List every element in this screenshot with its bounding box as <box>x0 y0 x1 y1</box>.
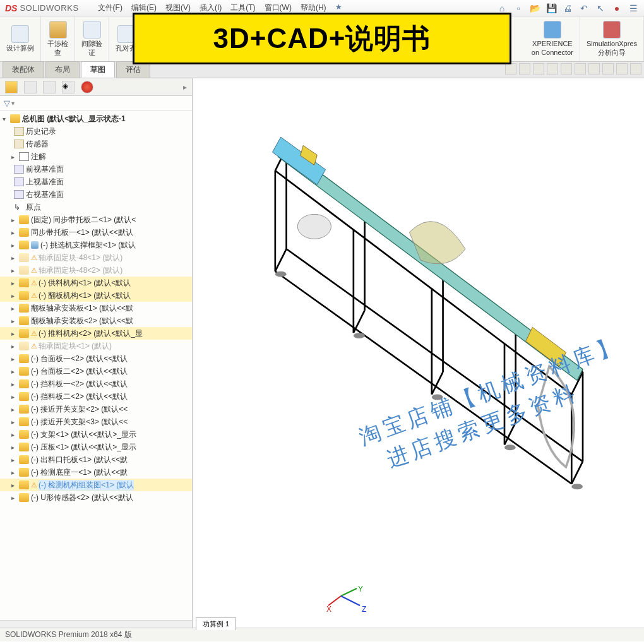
simulation-icon <box>603 21 621 39</box>
view-tool-5[interactable] <box>561 63 572 75</box>
svg-point-30 <box>571 484 583 489</box>
tree-item-17[interactable]: ▸⚠(-) 推料机构<2> (默认<默认_显 <box>0 327 192 340</box>
clearance-icon <box>83 21 101 39</box>
menu-insert[interactable]: 插入(I) <box>200 3 222 13</box>
rebuild-icon[interactable]: ● <box>611 3 623 13</box>
view-toolbar <box>505 63 641 75</box>
options-icon[interactable]: ☰ <box>628 3 639 13</box>
tree-item-19[interactable]: ▸(-) 台面板一<2> (默认<<默认 <box>0 352 192 365</box>
tree-item-12[interactable]: ▸⚠轴承固定块-48<2> (默认) <box>0 264 192 277</box>
filter-row: ▽ ▾ <box>0 96 192 111</box>
svg-point-29 <box>504 444 516 450</box>
tree-annotations[interactable]: ▸注解 <box>0 150 192 163</box>
menu-window[interactable]: 窗口(W) <box>265 3 292 13</box>
tree-origin[interactable]: ↳原点 <box>0 201 192 213</box>
svg-line-20 <box>571 462 583 484</box>
manager-tabs: ◈ ▸ <box>0 78 192 96</box>
status-bar: SOLIDWORKS Premium 2018 x64 版 <box>0 628 644 641</box>
model-rendering <box>230 104 622 495</box>
ribbon-simulation[interactable]: SimulationXpres分析向导 <box>580 16 644 61</box>
tree-item-13[interactable]: ▸⚠(-) 供料机构<1> (默认<默认 <box>0 277 192 289</box>
tree-item-14[interactable]: ▸⚠(-) 翻板机构<1> (默认<默认 <box>0 289 192 302</box>
tab-assembly[interactable]: 装配体 <box>3 61 44 78</box>
tree-item-24[interactable]: ▸(-) 接近开关支架<3> (默认<< <box>0 415 192 428</box>
dim-tab[interactable]: ◈ <box>62 81 75 93</box>
menu-tools[interactable]: 工具(T) <box>230 3 255 13</box>
interference-icon <box>49 21 67 39</box>
view-tool-10[interactable] <box>630 63 641 75</box>
menu-edit[interactable]: 编辑(E) <box>131 3 157 13</box>
appearance-tab[interactable] <box>81 81 93 93</box>
tree-front-plane[interactable]: 前视基准面 <box>0 163 192 176</box>
undo-icon[interactable]: ↶ <box>578 3 590 13</box>
view-tool-4[interactable] <box>547 63 558 75</box>
filter-icon[interactable]: ▽ <box>4 98 10 108</box>
svg-point-28 <box>432 395 443 400</box>
ribbon-clearance[interactable]: 间隙验证 <box>75 16 109 61</box>
tree-item-18[interactable]: ▸⚠轴承固定块<1> (默认) <box>0 340 192 352</box>
svg-line-15 <box>287 249 583 462</box>
tree-item-8[interactable]: ▸(固定) 同步带托板二<1> (默认< <box>0 213 192 226</box>
tree-item-10[interactable]: ▸(-) 挑选机支撑框架<1> (默认 <box>0 239 192 251</box>
axis-x-label: X <box>326 605 331 614</box>
view-tool-2[interactable] <box>519 63 530 75</box>
view-tool-8[interactable] <box>602 63 614 75</box>
svg-line-32 <box>341 588 357 596</box>
property-tab[interactable] <box>24 81 37 93</box>
tree-history[interactable]: 历史记录 <box>0 125 192 138</box>
tree-root[interactable]: ▾总机图 (默认<默认_显示状态-1 <box>0 112 192 125</box>
tree-item-9[interactable]: ▸同步带托板一<1> (默认<<默认 <box>0 226 192 239</box>
menu-view[interactable]: 视图(V) <box>165 3 191 13</box>
menu-help[interactable]: 帮助(H) <box>301 3 326 13</box>
filter-dropdown-icon[interactable]: ▾ <box>11 100 15 107</box>
tree-right-plane[interactable]: 右视基准面 <box>0 188 192 201</box>
tree-item-25[interactable]: ▸(-) 支架<1> (默认<<默认>_显示 <box>0 428 192 441</box>
ribbon-xperience[interactable]: XPERIENCEon Connector <box>525 16 580 61</box>
graphics-viewport[interactable]: 淘宝店铺【机械资料库】 进店搜索更多资料 X Y Z <box>193 78 644 628</box>
motion-study-tab[interactable]: 功算例 1 <box>196 617 236 630</box>
tab-layout[interactable]: 布局 <box>45 61 80 78</box>
config-tab[interactable] <box>43 81 56 93</box>
open-icon[interactable]: 📂 <box>529 3 540 13</box>
tree-item-20[interactable]: ▸(-) 台面板二<2> (默认<<默认 <box>0 365 192 378</box>
print-icon[interactable]: 🖨 <box>562 3 573 13</box>
view-tool-7[interactable] <box>588 63 600 75</box>
menu-file[interactable]: 文件(F) <box>98 3 122 13</box>
tree-item-21[interactable]: ▸(-) 挡料板一<2> (默认<<默认 <box>0 378 192 390</box>
view-tool-3[interactable] <box>533 63 544 75</box>
feature-tree[interactable]: ▾总机图 (默认<默认_显示状态-1 历史记录 传感器 ▸注解 前视基准面 上视… <box>0 111 192 620</box>
tree-item-27[interactable]: ▸(-) 出料口托板<1> (默认<<默 <box>0 453 192 466</box>
select-icon[interactable]: ↖ <box>595 3 606 13</box>
tree-item-15[interactable]: ▸翻板轴承安装板<1> (默认<<默 <box>0 302 192 314</box>
view-tool-9[interactable] <box>616 63 628 75</box>
tab-sketch[interactable]: 草图 <box>81 61 115 78</box>
menu-search-icon[interactable]: ★ <box>335 3 342 13</box>
svg-line-16 <box>275 249 287 271</box>
main-area: ◈ ▸ ▽ ▾ ▾总机图 (默认<默认_显示状态-1 历史记录 传感器 ▸注解 … <box>0 78 644 628</box>
tree-item-11[interactable]: ▸⚠轴承固定块-48<1> (默认) <box>0 251 192 264</box>
view-tool-6[interactable] <box>575 63 586 75</box>
horizontal-scroll[interactable] <box>0 620 192 628</box>
svg-point-27 <box>354 333 365 338</box>
svg-line-1 <box>275 170 571 394</box>
home-icon[interactable]: ⌂ <box>496 3 508 13</box>
tree-item-26[interactable]: ▸(-) 压板<1> (默认<<默认>_显示 <box>0 441 192 453</box>
app-logo: DS <box>5 3 17 13</box>
feature-manager: ◈ ▸ ▽ ▾ ▾总机图 (默认<默认_显示状态-1 历史记录 传感器 ▸注解 … <box>0 78 193 628</box>
tree-item-22[interactable]: ▸(-) 挡料板二<2> (默认<<默认 <box>0 390 192 403</box>
collapse-icon[interactable]: ▸ <box>183 83 187 92</box>
view-tool-1[interactable] <box>505 63 516 75</box>
ribbon-design-study[interactable]: 设计算例 <box>0 16 41 61</box>
tree-item-30[interactable]: ▸(-) U形传感器<2> (默认<<默认 <box>0 491 192 504</box>
save-icon[interactable]: 💾 <box>546 3 557 13</box>
tree-top-plane[interactable]: 上视基准面 <box>0 176 192 188</box>
ribbon-interference[interactable]: 干涉检查 <box>41 16 75 61</box>
tree-item-28[interactable]: ▸(-) 检测底座一<1> (默认<<默 <box>0 466 192 479</box>
feature-tree-tab[interactable] <box>5 81 18 93</box>
tree-sensors[interactable]: 传感器 <box>0 138 192 150</box>
tree-item-29[interactable]: ▸⚠(-) 检测机构组装图<1> (默认 <box>0 479 192 491</box>
new-icon[interactable]: ▫ <box>513 3 524 13</box>
design-study-icon <box>11 25 29 43</box>
tree-item-16[interactable]: ▸翻板轴承安装板<2> (默认<<默 <box>0 314 192 327</box>
tree-item-23[interactable]: ▸(-) 接近开关支架<2> (默认<< <box>0 403 192 415</box>
